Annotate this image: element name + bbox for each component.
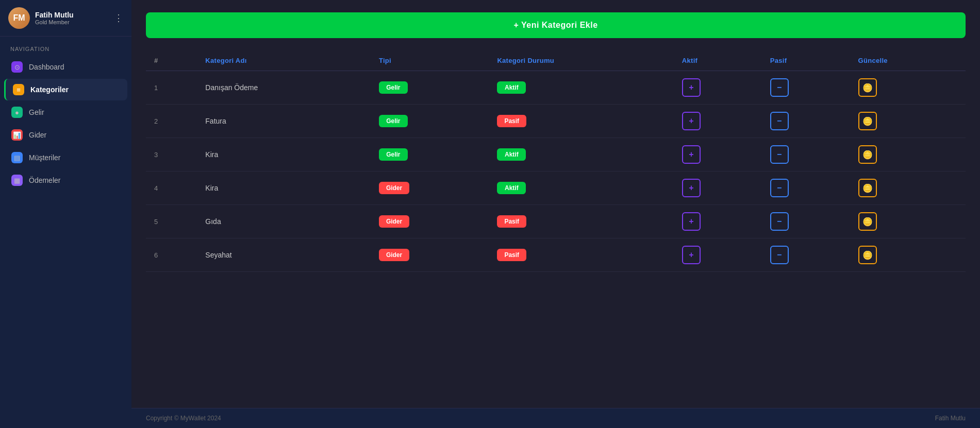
- row-edit-action: 🪙: [850, 105, 966, 138]
- sidebar-item-gider-label: Gider: [29, 131, 46, 139]
- row-number: 2: [146, 105, 197, 138]
- col-number: #: [146, 50, 197, 71]
- kategori-icon: ≡: [13, 84, 24, 95]
- dashboard-icon: ⊙: [11, 61, 23, 73]
- category-table: # Kategori Adı Tipi Kategori Durumu Akti…: [146, 50, 966, 272]
- row-pasif-action: −: [762, 71, 850, 105]
- durum-badge: Aktif: [497, 81, 526, 94]
- table-header-row: # Kategori Adı Tipi Kategori Durumu Akti…: [146, 50, 966, 71]
- table-row: 1 Danışan Ödeme Gelir Aktif + − 🪙: [146, 71, 966, 105]
- row-edit-action: 🪙: [850, 71, 966, 105]
- row-aktif-action: +: [674, 205, 762, 238]
- pasif-minus-button[interactable]: −: [770, 78, 789, 97]
- sidebar-item-kategoriler-label: Kategoriler: [30, 85, 69, 94]
- footer-user: Fatih Mutlu: [935, 415, 966, 422]
- edit-button[interactable]: 🪙: [858, 112, 877, 130]
- aktif-plus-button[interactable]: +: [682, 212, 701, 231]
- aktif-plus-button[interactable]: +: [682, 78, 701, 97]
- aktif-plus-button[interactable]: +: [682, 145, 701, 164]
- edit-button[interactable]: 🪙: [858, 212, 877, 231]
- durum-badge: Pasif: [497, 215, 526, 228]
- row-tip: Gelir: [371, 138, 489, 172]
- user-info: Fatih Mutlu Gold Member: [35, 11, 74, 25]
- nav-label: Navigation: [0, 37, 131, 56]
- edit-button[interactable]: 🪙: [858, 246, 877, 264]
- durum-badge: Aktif: [497, 182, 526, 194]
- col-name: Kategori Adı: [197, 50, 371, 71]
- row-category-name: Gıda: [197, 205, 371, 238]
- row-edit-action: 🪙: [850, 138, 966, 172]
- aktif-plus-button[interactable]: +: [682, 112, 701, 130]
- row-category-name: Kira: [197, 172, 371, 205]
- pasif-minus-button[interactable]: −: [770, 212, 789, 231]
- sidebar-item-musteriler[interactable]: ▤ Müşteriler: [4, 147, 127, 168]
- user-role: Gold Member: [35, 19, 74, 25]
- row-tip: Gider: [371, 238, 489, 272]
- col-pasif: Pasif: [762, 50, 850, 71]
- row-tip: Gider: [371, 172, 489, 205]
- pasif-minus-button[interactable]: −: [770, 246, 789, 264]
- nav-items: ⊙ Dashboard ≡ Kategoriler ● Gelir 📊 Gide…: [0, 56, 131, 191]
- table-row: 4 Kira Gider Aktif + − 🪙: [146, 172, 966, 205]
- row-category-name: Seyahat: [197, 238, 371, 272]
- pasif-minus-button[interactable]: −: [770, 112, 789, 130]
- col-guncelle: Güncelle: [850, 50, 966, 71]
- sidebar-item-kategoriler[interactable]: ≡ Kategoriler: [4, 79, 127, 100]
- row-pasif-action: −: [762, 105, 850, 138]
- row-durum: Pasif: [489, 105, 673, 138]
- pasif-minus-button[interactable]: −: [770, 179, 789, 197]
- row-durum: Pasif: [489, 205, 673, 238]
- tip-badge: Gelir: [379, 148, 408, 161]
- category-table-wrapper: # Kategori Adı Tipi Kategori Durumu Akti…: [146, 50, 966, 272]
- tip-badge: Gider: [379, 182, 409, 194]
- row-pasif-action: −: [762, 205, 850, 238]
- avatar: FM: [8, 7, 30, 29]
- row-category-name: Kira: [197, 138, 371, 172]
- row-aktif-action: +: [674, 138, 762, 172]
- row-edit-action: 🪙: [850, 238, 966, 272]
- edit-button[interactable]: 🪙: [858, 145, 877, 164]
- durum-badge: Pasif: [497, 115, 526, 127]
- sidebar: FM Fatih Mutlu Gold Member ⋮ Navigation …: [0, 0, 131, 428]
- gider-icon: 📊: [11, 129, 23, 141]
- row-number: 3: [146, 138, 197, 172]
- durum-badge: Pasif: [497, 249, 526, 261]
- table-row: 2 Fatura Gelir Pasif + − 🪙: [146, 105, 966, 138]
- row-durum: Pasif: [489, 238, 673, 272]
- row-pasif-action: −: [762, 238, 850, 272]
- copyright-text: Copyright © MyWallet 2024: [146, 415, 221, 422]
- add-category-button[interactable]: + Yeni Kategori Ekle: [146, 12, 966, 38]
- sidebar-item-dashboard[interactable]: ⊙ Dashboard: [4, 56, 127, 78]
- sidebar-item-odemeler[interactable]: ▦ Ödemeler: [4, 169, 127, 191]
- sidebar-item-odemeler-label: Ödemeler: [29, 176, 60, 184]
- pasif-minus-button[interactable]: −: [770, 145, 789, 164]
- row-edit-action: 🪙: [850, 205, 966, 238]
- main-content: + Yeni Kategori Ekle # Kategori Adı Tipi…: [131, 0, 980, 408]
- col-aktif: Aktif: [674, 50, 762, 71]
- more-icon[interactable]: ⋮: [114, 12, 123, 24]
- aktif-plus-button[interactable]: +: [682, 246, 701, 264]
- row-durum: Aktif: [489, 138, 673, 172]
- aktif-plus-button[interactable]: +: [682, 179, 701, 197]
- row-aktif-action: +: [674, 238, 762, 272]
- edit-button[interactable]: 🪙: [858, 78, 877, 97]
- sidebar-item-gelir-label: Gelir: [29, 108, 44, 116]
- row-category-name: Danışan Ödeme: [197, 71, 371, 105]
- row-durum: Aktif: [489, 172, 673, 205]
- edit-button[interactable]: 🪙: [858, 179, 877, 197]
- row-tip: Gelir: [371, 105, 489, 138]
- tip-badge: Gider: [379, 215, 409, 228]
- table-row: 5 Gıda Gider Pasif + − 🪙: [146, 205, 966, 238]
- sidebar-item-gelir[interactable]: ● Gelir: [4, 101, 127, 123]
- row-number: 5: [146, 205, 197, 238]
- odemeler-icon: ▦: [11, 175, 23, 186]
- row-number: 6: [146, 238, 197, 272]
- sidebar-item-gider[interactable]: 📊 Gider: [4, 124, 127, 146]
- table-row: 6 Seyahat Gider Pasif + − 🪙: [146, 238, 966, 272]
- user-name: Fatih Mutlu: [35, 11, 74, 19]
- main-area: + Yeni Kategori Ekle # Kategori Adı Tipi…: [131, 0, 980, 428]
- sidebar-item-musteriler-label: Müşteriler: [29, 153, 60, 162]
- row-pasif-action: −: [762, 172, 850, 205]
- col-tip: Tipi: [371, 50, 489, 71]
- tip-badge: Gider: [379, 249, 409, 261]
